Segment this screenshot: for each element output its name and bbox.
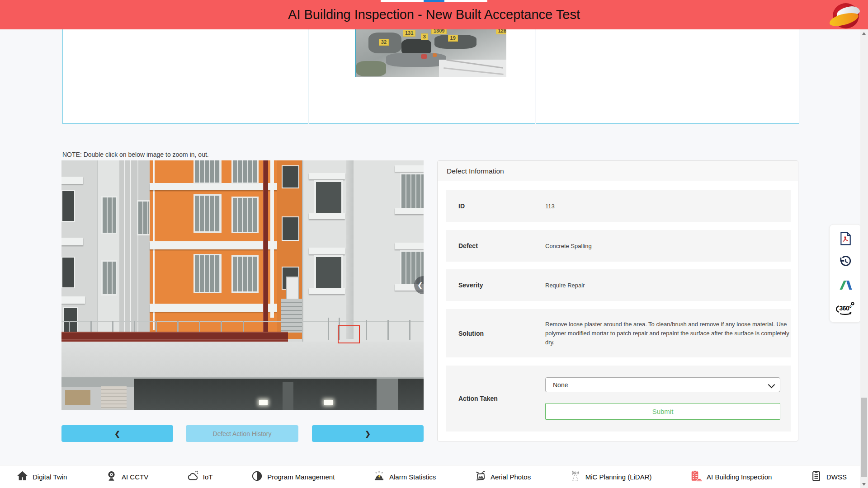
ledge-graphic [395, 165, 424, 172]
window-graphic [231, 255, 259, 293]
site-model-thumbnail[interactable]: 32 131 3 1309 19 128 [355, 23, 506, 77]
balcony-slab-graphic [150, 241, 277, 249]
defect-marker-box [338, 325, 360, 343]
page-title: AI Building Inspection - New Built Accep… [0, 0, 868, 29]
pallet-graphic [65, 390, 90, 405]
window-graphic [61, 257, 75, 288]
row-label: Defect [446, 242, 545, 249]
bottom-navigation-bar: Digital Twin AI CCTV IoT Program Managem… [0, 465, 860, 488]
row-value: Remove loose plaster around the area. To… [545, 320, 791, 347]
nav-label: AI CCTV [122, 473, 148, 481]
webcam-icon [105, 470, 118, 484]
nav-item-dwss[interactable]: DWSS [810, 470, 847, 484]
nav-item-alarm-statistics[interactable]: Alarm Statistics [373, 470, 436, 484]
inspection-clipboard-icon [690, 469, 703, 484]
nav-label: DWSS [826, 473, 847, 481]
nav-item-ai-cctv[interactable]: AI CCTV [105, 470, 148, 484]
lidar-scanner-icon [569, 470, 581, 484]
railing-post-graphic [387, 320, 389, 340]
scrollbar-up-arrow[interactable] [862, 32, 866, 35]
nav-label: IoT [203, 473, 213, 481]
view-360-icon[interactable]: 360° [836, 299, 854, 317]
model-vegetation-graphic [356, 61, 386, 76]
window-graphic [231, 197, 259, 233]
scrollbar-down-arrow[interactable] [862, 483, 866, 486]
railing-post-graphic [328, 318, 329, 340]
drone-photos-icon [474, 470, 486, 484]
model-orange-object-graphic [433, 53, 437, 57]
pipe-graphic [137, 160, 138, 339]
ceiling-light-graphic [324, 400, 333, 405]
ledge-graphic [309, 213, 345, 219]
nav-label: Digital Twin [33, 473, 67, 481]
balcony-slab-graphic [150, 304, 277, 312]
column-graphic [377, 379, 398, 410]
row-value: Require Repair [545, 282, 585, 289]
window-graphic [282, 216, 299, 241]
history-icon[interactable] [836, 253, 854, 271]
panel-header: Defect Information [438, 161, 798, 181]
cloud-iot-icon [187, 470, 199, 484]
autodesk-icon[interactable] [836, 276, 854, 294]
clipboard-icon [810, 470, 822, 484]
scrollbar-thumb[interactable] [861, 398, 867, 477]
pie-chart-icon [251, 470, 263, 484]
window-graphic [193, 160, 221, 184]
previous-defect-button[interactable]: ❮ [61, 425, 173, 442]
maroon-pipe-graphic [263, 160, 268, 333]
defect-count-label[interactable]: 19 [448, 35, 458, 42]
company-logo [830, 2, 863, 29]
row-label: Action Taken [446, 395, 545, 402]
app-window: 32 131 3 1309 19 128 AI Building Inspect… [0, 0, 868, 488]
info-row-id: ID 113 [446, 190, 791, 222]
defect-count-label[interactable]: 32 [379, 39, 389, 46]
zoom-hint-note: NOTE: Double click on below image to zoo… [62, 151, 209, 158]
action-controls: None Submit [545, 377, 780, 420]
window-graphic [137, 200, 151, 235]
nav-item-ai-building-inspection[interactable]: AI Building Inspection [690, 469, 772, 484]
nav-item-mic-planning-lidar[interactable]: MiC Planning (LiDAR) [569, 470, 652, 484]
ledge-graphic [309, 288, 345, 294]
action-taken-select-wrap: None [545, 377, 780, 392]
next-defect-button[interactable]: ❯ [312, 425, 424, 442]
action-taken-select[interactable]: None [545, 377, 780, 392]
window-graphic [101, 260, 117, 296]
view-360-label: 360° [840, 305, 852, 312]
maroon-pipe-graphic [61, 332, 288, 338]
window-graphic [282, 165, 299, 188]
nav-label: AI Building Inspection [707, 473, 772, 481]
pipe-graphic [130, 160, 131, 339]
ledge-graphic [61, 177, 83, 184]
defect-count-label[interactable]: 131 [403, 30, 415, 37]
nav-item-digital-twin[interactable]: Digital Twin [16, 470, 67, 484]
balcony-slab-graphic [150, 183, 277, 191]
ledge-graphic [309, 173, 345, 179]
info-row-solution: Solution Remove loose plaster around the… [446, 309, 791, 357]
row-label: Severity [446, 282, 545, 289]
nav-label: Alarm Statistics [389, 473, 436, 481]
submit-button[interactable]: Submit [545, 403, 780, 420]
vertical-scrollbar[interactable] [860, 29, 868, 488]
window-graphic [101, 196, 117, 234]
house-icon [16, 470, 28, 484]
row-value: Concrete Spalling [545, 243, 592, 249]
pipe-graphic [270, 160, 274, 318]
nav-item-aerial-photos[interactable]: Aerial Photos [474, 470, 531, 484]
nav-label: Aerial Photos [491, 473, 531, 481]
parapet-wall [61, 342, 424, 377]
facade-column [97, 160, 120, 339]
ceiling-light-graphic [259, 400, 268, 405]
defect-photo[interactable]: ❮ [61, 160, 424, 410]
defect-count-label[interactable]: 3 [421, 33, 428, 40]
model-red-object-graphic [421, 54, 427, 59]
nav-item-iot[interactable]: IoT [187, 470, 213, 484]
nav-item-program-management[interactable]: Program Management [251, 470, 335, 484]
ledge-graphic [395, 243, 424, 249]
window-graphic [314, 180, 343, 216]
ledge-graphic [61, 296, 85, 304]
pillar-graphic [346, 160, 354, 339]
railing-post-graphic [409, 320, 410, 340]
row-label: Solution [446, 330, 545, 337]
export-pdf-icon[interactable] [836, 230, 854, 248]
defect-action-history-button[interactable]: Defect Action History [186, 425, 298, 442]
